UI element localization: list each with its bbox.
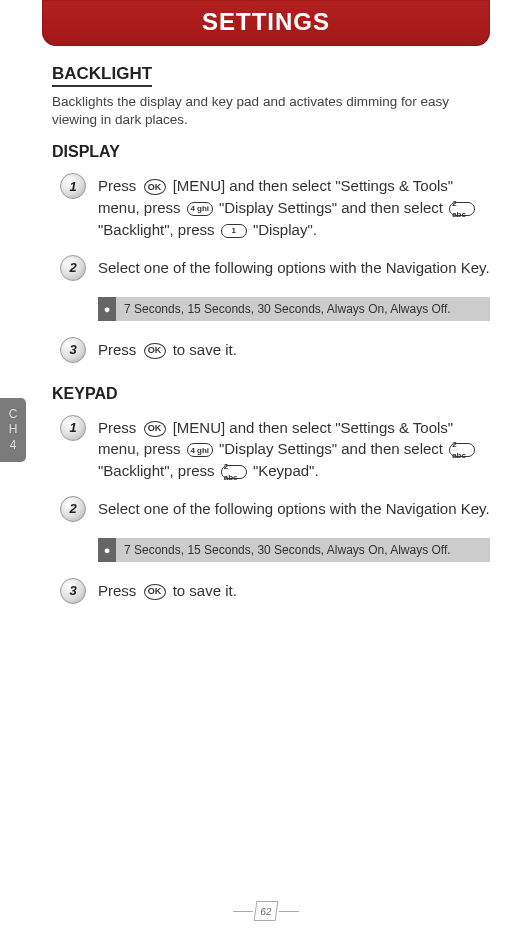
section-title: BACKLIGHT <box>52 64 152 87</box>
text-fragment: Press <box>98 582 141 599</box>
ok-icon: OK <box>144 343 166 359</box>
key-4-icon: 4 ghi <box>187 443 213 457</box>
text-fragment: Press <box>98 177 141 194</box>
text-fragment: "Backlight", press <box>98 462 219 479</box>
page-title: SETTINGS <box>202 8 330 35</box>
key-4-icon: 4 ghi <box>187 202 213 216</box>
bullet-marker: ● <box>98 297 116 321</box>
text-fragment: Press <box>98 419 141 436</box>
keypad-heading: KEYPAD <box>52 385 490 403</box>
step-number: 2 <box>60 255 86 281</box>
display-heading: DISPLAY <box>52 143 490 161</box>
ok-icon: OK <box>144 584 166 600</box>
step-number: 1 <box>60 415 86 441</box>
chapter-tab: C H 4 <box>0 398 26 462</box>
display-step-1: 1 Press OK [MENU] and then select "Setti… <box>52 175 490 240</box>
section-description: Backlights the display and key pad and a… <box>52 93 490 129</box>
step-number: 2 <box>60 496 86 522</box>
step-number: 1 <box>60 173 86 199</box>
keypad-step-1: 1 Press OK [MENU] and then select "Setti… <box>52 417 490 482</box>
text-fragment: "Display Settings" and then select <box>219 199 447 216</box>
step-text: Press OK [MENU] and then select "Setting… <box>98 175 490 240</box>
options-text: 7 Seconds, 15 Seconds, 30 Seconds, Alway… <box>116 297 490 321</box>
display-step-2: 2 Select one of the following options wi… <box>52 257 490 281</box>
text-fragment: "Display". <box>253 221 317 238</box>
chapter-tab-line2: H <box>9 422 18 438</box>
ok-icon: OK <box>144 421 166 437</box>
keypad-step-3: 3 Press OK to save it. <box>52 580 490 604</box>
key-1-icon: 1 <box>221 224 247 238</box>
text-fragment: to save it. <box>173 341 237 358</box>
ok-icon: OK <box>144 179 166 195</box>
chapter-tab-line1: C <box>9 407 18 423</box>
page-header: SETTINGS <box>42 0 490 46</box>
page-number-badge: 62 <box>231 901 301 921</box>
page-number: 62 <box>254 901 279 921</box>
key-2-icon: 2 abc <box>449 443 475 457</box>
display-options: ● 7 Seconds, 15 Seconds, 30 Seconds, Alw… <box>98 297 490 321</box>
step-text: Press OK [MENU] and then select "Setting… <box>98 417 490 482</box>
page-content: BACKLIGHT Backlights the display and key… <box>0 46 532 604</box>
bullet-marker: ● <box>98 538 116 562</box>
page-footer: 62 <box>0 898 532 922</box>
keypad-step-2: 2 Select one of the following options wi… <box>52 498 490 522</box>
text-fragment: "Display Settings" and then select <box>219 440 447 457</box>
text-fragment: "Keypad". <box>253 462 319 479</box>
key-2-icon: 2 abc <box>221 465 247 479</box>
step-number: 3 <box>60 337 86 363</box>
chapter-tab-line3: 4 <box>10 438 17 454</box>
options-text: 7 Seconds, 15 Seconds, 30 Seconds, Alway… <box>116 538 490 562</box>
keypad-options: ● 7 Seconds, 15 Seconds, 30 Seconds, Alw… <box>98 538 490 562</box>
step-number: 3 <box>60 578 86 604</box>
step-text: Press OK to save it. <box>98 580 237 602</box>
display-step-3: 3 Press OK to save it. <box>52 339 490 363</box>
step-text: Press OK to save it. <box>98 339 237 361</box>
text-fragment: "Backlight", press <box>98 221 219 238</box>
step-text: Select one of the following options with… <box>98 498 490 520</box>
step-text: Select one of the following options with… <box>98 257 490 279</box>
text-fragment: to save it. <box>173 582 237 599</box>
text-fragment: Press <box>98 341 141 358</box>
key-2-icon: 2 abc <box>449 202 475 216</box>
